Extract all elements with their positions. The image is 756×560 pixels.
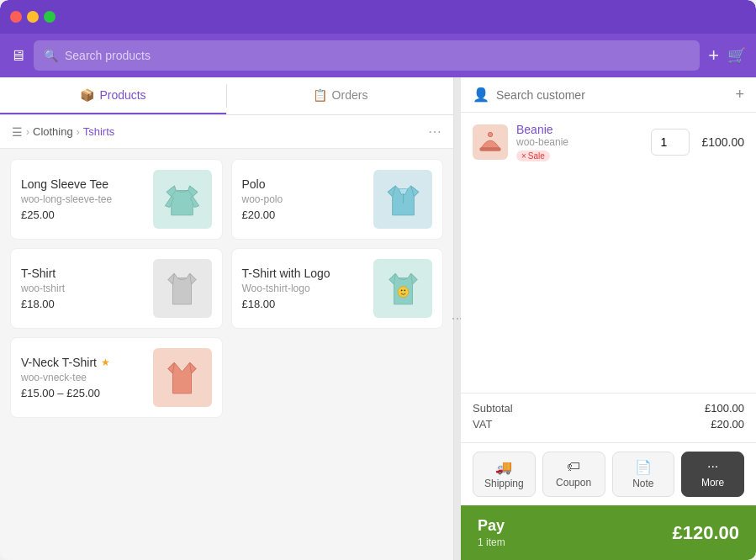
breadcrumb-tshirts[interactable]: Tshirts [83,125,115,138]
traffic-lights [10,11,56,23]
product-name: T-Shirt with Logo [242,267,366,280]
product-sku: woo-polo [242,193,366,205]
maximize-button[interactable] [44,11,56,23]
subtotal-value: £100.00 [705,402,744,415]
cart-item-beanie: Beanie woo-beanie × Sale £100.00 [473,123,744,161]
products-grid: Long Sleeve Tee woo-long-sleeve-tee £25.… [0,149,453,560]
svg-point-1 [402,195,404,197]
cart-item-info: Beanie woo-beanie × Sale [516,123,642,161]
product-card-polo[interactable]: Polo woo-polo £20.00 [231,159,444,240]
search-icon: 🔍 [44,49,58,62]
pay-left: Pay 1 item [478,517,505,548]
star-badge: ★ [101,357,110,368]
products-tab-label: Products [99,88,145,102]
product-name: Long Sleeve Tee [21,177,145,191]
breadcrumb-sep-2: › [77,126,80,138]
cart-item-badges: × Sale [516,151,642,161]
action-buttons: 🚚 Shipping 🏷 Coupon 📄 Note ··· More [461,442,756,505]
search-bar: 🔍 [34,40,700,71]
vat-row: VAT £20.00 [473,418,744,431]
cart-item-sku: woo-beanie [516,136,642,148]
note-icon: 📄 [635,459,652,475]
orders-tab-icon: 📋 [313,88,327,102]
coupon-label: Coupon [556,477,591,489]
breadcrumb-more-icon[interactable]: ⋯ [428,124,441,140]
product-name: V-Neck T-Shirt ★ [21,356,145,369]
panel-divider[interactable]: ⋮ [454,77,461,560]
product-sku: woo-vneck-tee [21,372,145,383]
close-button[interactable] [10,11,22,23]
order-summary: Subtotal £100.00 VAT £20.00 [461,393,756,442]
vat-value: £20.00 [711,418,744,431]
shipping-icon: 🚚 [495,459,512,475]
pos-icon[interactable]: 🖥 [10,47,25,65]
subtotal-row: Subtotal £100.00 [473,402,744,415]
pay-button[interactable]: Pay 1 item £120.00 [461,505,756,560]
tabs: 📦 Products 📋 Orders [0,77,453,115]
product-info: V-Neck T-Shirt ★ woo-vneck-tee £15.00 – … [21,356,145,399]
minimize-button[interactable] [27,11,39,23]
toolbar: 🖥 🔍 + 🛒 [0,34,756,77]
left-panel: 📦 Products 📋 Orders ☰ › Clothing › Tshir… [0,77,454,560]
cart-item-qty-input[interactable] [651,129,690,156]
coupon-icon: 🏷 [567,459,580,474]
right-panel: 👤 + Beanie woo-beanie [461,77,756,560]
pay-count: 1 item [478,536,505,548]
sale-badge: × Sale [516,151,550,161]
product-price: £20.00 [242,209,366,221]
search-input[interactable] [65,49,690,62]
svg-rect-6 [479,147,500,151]
product-name: T-Shirt [21,267,145,280]
add-product-button[interactable]: + [708,46,719,65]
product-image [373,170,432,229]
product-card-vneck-tshirt[interactable]: V-Neck T-Shirt ★ woo-vneck-tee £15.00 – … [10,337,223,418]
cart-icon[interactable]: 🛒 [727,46,746,65]
breadcrumb-home-icon[interactable]: ☰ [12,125,23,139]
cart-item-image [473,124,508,160]
product-card-tshirt-logo[interactable]: T-Shirt with Logo Woo-tshirt-logo £18.00 [231,248,444,329]
product-image [153,259,212,318]
tab-orders[interactable]: 📋 Orders [227,77,453,114]
cart-items: Beanie woo-beanie × Sale £100.00 [461,113,756,393]
main-layout: 📦 Products 📋 Orders ☰ › Clothing › Tshir… [0,77,756,560]
svg-point-5 [404,289,405,291]
svg-point-7 [488,132,492,136]
product-price: £18.00 [242,298,366,310]
customer-search-input[interactable] [496,88,728,102]
svg-point-3 [398,286,409,297]
tab-products[interactable]: 📦 Products [0,77,226,114]
customer-search-bar: 👤 + [461,77,756,113]
more-button[interactable]: ··· More [681,452,744,497]
product-image [153,170,212,229]
svg-point-2 [402,198,404,200]
add-customer-button[interactable]: + [735,86,744,103]
product-sku: woo-tshirt [21,283,145,294]
title-bar [0,0,756,34]
note-button[interactable]: 📄 Note [612,452,675,497]
shipping-label: Shipping [484,478,524,489]
vat-label: VAT [473,418,492,431]
cart-item-price: £100.00 [698,135,744,149]
product-info: Polo woo-polo £20.00 [242,177,366,221]
coupon-button[interactable]: 🏷 Coupon [542,452,605,497]
shipping-button[interactable]: 🚚 Shipping [473,452,536,497]
product-price: £18.00 [21,298,145,310]
product-card-long-sleeve-tee[interactable]: Long Sleeve Tee woo-long-sleeve-tee £25.… [10,159,223,240]
customer-icon: 👤 [473,87,489,103]
product-info: Long Sleeve Tee woo-long-sleeve-tee £25.… [21,177,145,221]
products-tab-icon: 📦 [80,88,94,102]
badge-close-icon[interactable]: × [521,151,526,161]
breadcrumb-clothing[interactable]: Clothing [33,125,73,138]
product-image [153,348,212,407]
pay-label: Pay [478,517,505,535]
product-card-tshirt[interactable]: T-Shirt woo-tshirt £18.00 [10,248,223,329]
orders-tab-label: Orders [332,88,368,102]
more-icon: ··· [707,459,718,474]
breadcrumb: ☰ › Clothing › Tshirts [12,125,428,139]
cart-item-name: Beanie [516,123,642,136]
breadcrumb-bar: ☰ › Clothing › Tshirts ⋯ [0,115,453,149]
product-price: £25.00 [21,209,145,221]
pay-amount: £120.00 [672,522,739,544]
product-name: Polo [242,177,366,191]
svg-point-4 [400,289,402,291]
